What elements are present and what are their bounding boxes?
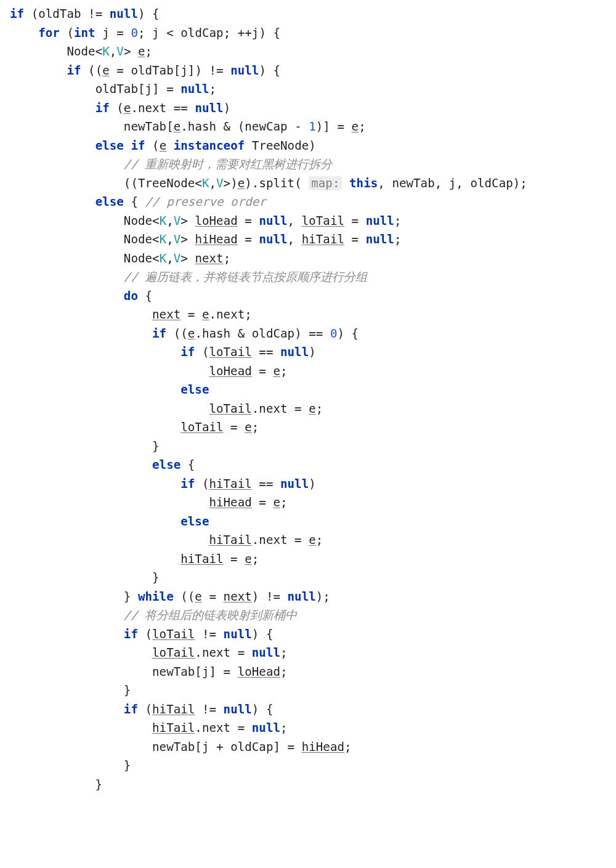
id-j: j — [145, 82, 153, 96]
num-one: 1 — [309, 120, 316, 134]
id-hiHead: hiHead — [209, 495, 251, 509]
id-j: j — [180, 63, 188, 78]
id-loHead: loHead — [195, 214, 237, 228]
prop-hash: hash — [188, 120, 216, 134]
kw-if: if — [124, 627, 138, 641]
id-e: e — [273, 495, 280, 509]
id-newTab: newTab — [152, 740, 195, 754]
num-zero: 0 — [131, 26, 138, 40]
id-oldCap: oldCap — [230, 740, 273, 754]
id-next: next — [195, 251, 223, 266]
type-Node: Node — [67, 44, 95, 59]
prop-next: next — [138, 101, 166, 115]
type-V: V — [174, 232, 181, 246]
id-newCap: newCap — [245, 120, 287, 134]
id-hiTail: hiTail — [209, 533, 251, 547]
id-oldCap: oldCap — [180, 26, 223, 40]
kw-null: null — [366, 232, 394, 246]
type-K: K — [202, 176, 209, 190]
id-loTail: loTail — [209, 402, 251, 416]
id-e: e — [238, 176, 245, 190]
id-oldTab: oldTab — [131, 63, 173, 78]
comment-preserve-order: // preserve order — [145, 195, 266, 209]
kw-else: else — [180, 514, 209, 529]
id-newTab: newTab — [124, 120, 166, 134]
type-Node: Node — [124, 251, 152, 266]
id-next: next — [224, 590, 252, 604]
id-loTail: loTail — [152, 627, 195, 641]
kw-null: null — [252, 646, 280, 660]
kw-if: if — [180, 477, 195, 491]
id-e: e — [309, 533, 316, 547]
prop-hash: hash — [202, 327, 230, 341]
id-e: e — [195, 590, 202, 604]
kw-else: else — [95, 139, 124, 153]
type-K: K — [160, 251, 167, 266]
id-loHead: loHead — [238, 665, 280, 679]
id-loTail: loTail — [302, 214, 344, 228]
kw-null: null — [224, 627, 252, 641]
kw-if: if — [67, 63, 81, 78]
id-j: j — [252, 26, 259, 40]
kw-null: null — [280, 477, 309, 491]
kw-null: null — [230, 63, 259, 78]
id-e: e — [245, 552, 252, 566]
kw-instanceof: instanceof — [174, 139, 245, 153]
id-newTab: newTab — [152, 665, 195, 679]
prop-next: next — [202, 646, 230, 660]
type-V: V — [216, 176, 224, 190]
type-TreeNode: TreeNode — [252, 139, 309, 153]
kw-if: if — [95, 101, 110, 115]
comment-tree-split: // 重新映射时，需要对红黑树进行拆分 — [124, 157, 333, 171]
param-hint-map: map: — [309, 176, 342, 190]
id-loTail: loTail — [209, 345, 251, 359]
kw-null: null — [280, 345, 309, 359]
id-loTail: loTail — [152, 646, 195, 660]
num-zero: 0 — [330, 327, 338, 341]
type-V: V — [116, 44, 124, 59]
kw-else: else — [152, 458, 180, 472]
kw-null: null — [180, 82, 209, 96]
kw-else: else — [180, 383, 209, 397]
kw-if: if — [131, 139, 145, 153]
type-Node: Node — [124, 214, 152, 228]
id-j: j — [202, 665, 209, 679]
id-j: j — [449, 176, 456, 190]
id-loHead: loHead — [209, 364, 251, 378]
kw-do: do — [124, 289, 138, 303]
kw-for: for — [38, 26, 60, 40]
id-hiTail: hiTail — [302, 232, 344, 246]
id-oldTab: oldTab — [38, 7, 81, 21]
id-oldTab: oldTab — [95, 82, 138, 96]
type-K: K — [160, 214, 167, 228]
prop-next: next — [259, 402, 287, 416]
kw-int: int — [74, 26, 95, 40]
id-hiTail: hiTail — [152, 702, 195, 716]
type-V: V — [174, 251, 181, 266]
id-oldCap: oldCap — [470, 176, 513, 190]
kw-else: else — [95, 195, 124, 209]
kw-null: null — [288, 590, 316, 604]
method-split: split — [259, 176, 294, 190]
id-hiTail: hiTail — [152, 721, 195, 735]
comment-traverse: // 遍历链表，并将链表节点按原顺序进行分组 — [124, 270, 368, 284]
kw-null: null — [366, 214, 394, 228]
kw-while: while — [138, 590, 174, 604]
type-K: K — [160, 232, 167, 246]
prop-next: next — [259, 533, 287, 547]
prop-next: next — [202, 721, 230, 735]
type-Node: Node — [124, 232, 152, 246]
kw-if: if — [124, 702, 138, 716]
type-TreeNode: TreeNode — [138, 176, 195, 190]
id-e: e — [352, 120, 359, 134]
id-hiHead: hiHead — [195, 232, 237, 246]
id-e: e — [245, 420, 252, 434]
prop-next: next — [216, 307, 245, 322]
id-oldCap: oldCap — [252, 327, 294, 341]
kw-this: this — [349, 176, 378, 190]
id-e: e — [309, 402, 316, 416]
code-block: if (oldTab != null) { for (int j = 0; j … — [0, 0, 616, 819]
id-j: j — [152, 26, 160, 40]
id-hiHead: hiHead — [302, 740, 344, 754]
kw-null: null — [259, 232, 287, 246]
